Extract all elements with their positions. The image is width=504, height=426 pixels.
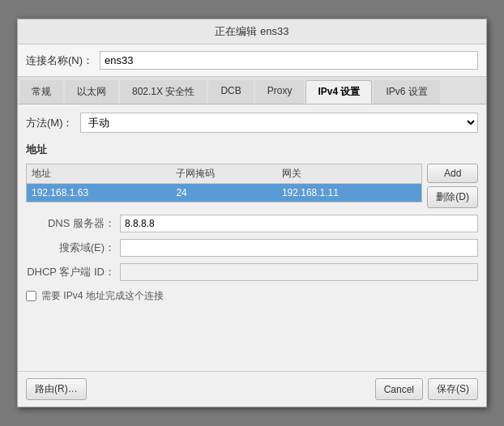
table-row[interactable]: 192.168.1.63 24 192.168.1.11 [27,184,421,202]
tab-general[interactable]: 常规 [19,80,63,104]
bottom-right-buttons: Cancel 保存(S) [375,378,478,400]
cell-mask: 24 [171,184,276,202]
save-button[interactable]: 保存(S) [428,378,478,400]
connection-name-label: 连接名称(N)： [26,53,93,68]
address-table: 地址 子网掩码 网关 192.168.1.63 24 192.168.1.11 [27,164,421,202]
tab-ipv6[interactable]: IPv6 设置 [374,80,439,104]
tabs-bar: 常规 以太网 802.1X 安全性 DCB Proxy IPv4 设置 IPv6… [18,77,486,104]
cell-address: 192.168.1.63 [27,184,171,202]
dialog-title: 正在编辑 ens33 [18,19,486,45]
address-section: 地址 子网掩码 网关 192.168.1.63 24 192.168.1.11 [26,164,478,208]
col-gateway: 网关 [277,164,421,184]
dns-label: DNS 服务器： [26,216,115,231]
connection-name-input[interactable] [100,51,478,70]
dhcp-label: DHCP 客户端 ID： [26,265,115,279]
cancel-button[interactable]: Cancel [375,378,423,400]
connection-name-row: 连接名称(N)： [18,45,486,77]
method-label: 方法(M)： [26,116,74,130]
checkbox-row: 需要 IPv4 地址完成这个连接 [26,289,478,303]
tab-proxy[interactable]: Proxy [255,80,305,104]
cell-gateway: 192.168.1.11 [277,184,421,202]
main-dialog: 正在编辑 ens33 连接名称(N)： 常规 以太网 802.1X 安全性 DC… [17,19,487,407]
search-row: 搜索域(E)： [26,239,478,257]
tab-dcb[interactable]: DCB [208,80,253,104]
routes-button[interactable]: 路由(R)… [26,378,87,400]
address-buttons: Add 删除(D) [427,164,478,208]
col-address: 地址 [27,164,171,184]
addresses-section-label: 地址 [26,143,478,157]
tab-ethernet[interactable]: 以太网 [65,80,118,104]
col-mask: 子网掩码 [171,164,276,184]
address-table-wrap: 地址 子网掩码 网关 192.168.1.63 24 192.168.1.11 [26,164,422,202]
method-select[interactable]: 手动 [80,113,479,133]
dns-input[interactable] [120,215,478,232]
tab-8021x[interactable]: 802.1X 安全性 [120,80,207,104]
dhcp-row: DHCP 客户端 ID： [26,263,478,281]
require-ipv4-label: 需要 IPv4 地址完成这个连接 [41,289,164,303]
search-input[interactable] [120,239,478,257]
search-label: 搜索域(E)： [26,241,115,255]
method-row: 方法(M)： 手动 [26,113,478,133]
dhcp-input[interactable] [120,263,478,281]
require-ipv4-checkbox[interactable] [26,291,36,301]
dns-row: DNS 服务器： [26,215,478,232]
delete-address-button[interactable]: 删除(D) [427,186,478,208]
bottom-bar: 路由(R)… Cancel 保存(S) [18,371,486,407]
tab-ipv4[interactable]: IPv4 设置 [305,80,372,104]
address-table-container: 地址 子网掩码 网关 192.168.1.63 24 192.168.1.11 [26,164,422,202]
add-address-button[interactable]: Add [427,164,478,183]
tab-content: 方法(M)： 手动 地址 地址 子网掩码 网关 [18,104,486,371]
